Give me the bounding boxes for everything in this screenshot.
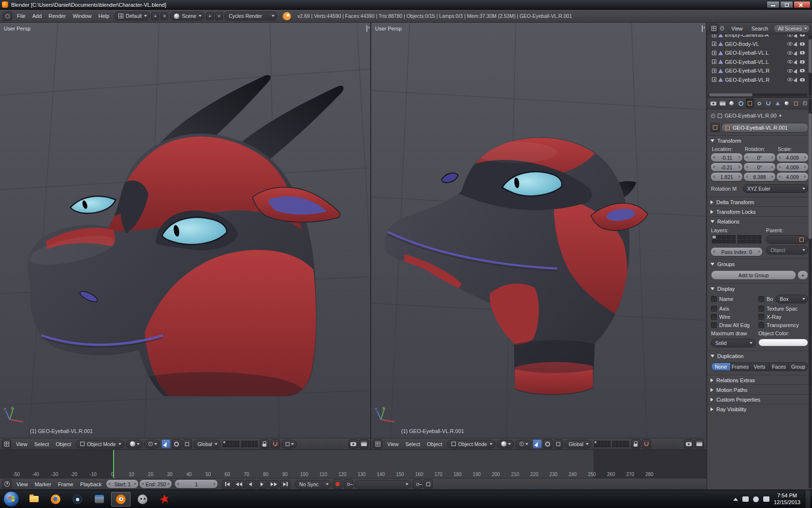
object-color-swatch[interactable] (758, 339, 808, 346)
lock-icon[interactable] (260, 439, 269, 448)
play-button[interactable] (257, 480, 267, 489)
viewport-menu-item[interactable]: Object (52, 441, 74, 447)
manipulator-scale-button[interactable] (554, 439, 563, 448)
play-reverse-button[interactable] (245, 480, 256, 489)
timeline-ruler[interactable]: -50-40-30-20-100102030405060708090100110… (0, 449, 707, 478)
frame-start-field[interactable]: Start: 1 (106, 480, 138, 488)
tab-render-icon[interactable] (709, 99, 717, 108)
transparency-checkbox[interactable] (758, 322, 764, 328)
properties-scrollbar[interactable] (809, 99, 812, 489)
duplication-faces-button[interactable]: Faces (769, 362, 789, 371)
delete-layout-button[interactable]: × (160, 12, 168, 20)
relations-panel-header[interactable]: Relations (707, 216, 812, 226)
add-layout-button[interactable]: + (151, 12, 159, 20)
tab-scene-icon[interactable] (727, 99, 736, 108)
show-desktop-button[interactable] (805, 490, 810, 508)
editor-type-info-icon[interactable] (3, 12, 12, 21)
selectability-icon[interactable] (794, 77, 799, 82)
relations-extras-panel-header[interactable]: Relations Extras (707, 375, 812, 385)
outliner-row[interactable]: GEO-Body-VL (707, 40, 812, 49)
rotation-x-field[interactable]: 0° (744, 153, 775, 162)
viewport-shading-dropdown[interactable] (497, 440, 514, 448)
viewport-menu-item[interactable]: Select (31, 441, 53, 447)
mode-dropdown[interactable]: Object Mode (447, 440, 495, 448)
location-z-field[interactable]: 1.821 (711, 173, 742, 181)
tab-material-icon[interactable] (783, 99, 791, 108)
timeline-editor-icon[interactable] (2, 479, 12, 489)
orientation-dropdown[interactable]: Global (193, 440, 220, 448)
render-engine-dropdown[interactable]: Cycles Render (224, 12, 277, 20)
taskbar-icon-blender[interactable] (111, 492, 130, 507)
tray-volume-icon[interactable] (753, 496, 759, 502)
expand-icon[interactable] (712, 42, 716, 46)
opengl-render-anim-icon[interactable] (359, 439, 368, 448)
rotation-z-field[interactable]: 8.388 (744, 173, 775, 181)
record-button[interactable] (333, 479, 342, 489)
opengl-render-icon[interactable] (348, 439, 358, 448)
editor-type-icon[interactable] (373, 439, 382, 448)
outliner-row[interactable]: GEO-Eyeball-VL.L (707, 48, 812, 58)
outliner-tree[interactable]: Empty-Cameras-A GEO-Body-VL (707, 34, 812, 97)
insert-keyframe-icon[interactable] (413, 479, 422, 489)
duplication-group-button[interactable]: Group (789, 362, 808, 371)
outliner-row[interactable]: GEO-Eyeball-VL.R (707, 75, 812, 85)
scale-y-field[interactable]: 4.009 (777, 163, 808, 171)
manipulator-translate-button[interactable] (533, 439, 542, 448)
tab-modifiers-icon[interactable] (764, 99, 772, 108)
xray-checkbox[interactable] (758, 314, 764, 320)
viewport-left-expand-icon[interactable] (366, 26, 367, 31)
outliner-item-label[interactable]: GEO-Eyeball-VL.R (725, 77, 785, 83)
duplication-frames-button[interactable]: Frames (731, 362, 750, 371)
delete-scene-button[interactable]: × (215, 12, 223, 20)
visibility-icon[interactable] (787, 78, 793, 81)
expand-icon[interactable] (712, 77, 716, 82)
axis-checkbox[interactable] (711, 306, 717, 312)
next-keyframe-button[interactable] (268, 480, 279, 489)
sync-dropdown[interactable]: No Sync (295, 480, 332, 489)
lock-icon[interactable] (631, 439, 640, 448)
draw-all-edges-checkbox[interactable] (711, 322, 717, 328)
taskbar-icon-red-app[interactable] (155, 492, 174, 507)
maximum-draw-dropdown[interactable]: Solid (711, 339, 755, 347)
previous-keyframe-button[interactable] (233, 480, 244, 489)
outliner-search-menu[interactable]: Search (748, 26, 772, 31)
viewport-shading-dropdown[interactable] (126, 440, 143, 448)
tab-particles-icon[interactable] (801, 99, 809, 108)
snap-element-dropdown[interactable] (281, 440, 297, 448)
keying-set-icon[interactable] (344, 479, 353, 489)
location-y-field[interactable]: -0.21 (711, 163, 742, 171)
jump-to-end-button[interactable] (280, 480, 290, 489)
selectability-icon[interactable] (794, 59, 799, 64)
scale-z-field[interactable]: 4.009 (777, 173, 808, 181)
delta-transform-panel-header[interactable]: Delta Transform (707, 197, 812, 207)
expand-icon[interactable] (712, 60, 716, 64)
name-checkbox[interactable] (711, 296, 717, 302)
taskbar-icon-explorer[interactable] (24, 492, 44, 507)
outliner-item-label[interactable]: GEO-Body-VL (725, 41, 785, 47)
tab-world-icon[interactable] (737, 99, 745, 108)
ray-visibility-panel-header[interactable]: Ray Visibility (707, 404, 812, 414)
opengl-render-anim-icon[interactable] (695, 439, 704, 448)
screen-layout-dropdown[interactable]: Default (114, 12, 150, 20)
duplication-verts-button[interactable]: Verts (750, 362, 769, 371)
renderability-icon[interactable] (800, 69, 805, 72)
object-name-field[interactable]: GEO-Eyeball-VL.R.001 (721, 123, 809, 133)
outliner-item-label[interactable]: Empty-Cameras-A (725, 34, 785, 38)
viewport-menu-item[interactable]: Select (402, 441, 424, 447)
outliner-filter-icon[interactable] (720, 26, 724, 30)
outliner-row[interactable]: GEO-Eyeball-VL.R (707, 66, 812, 75)
visibility-icon[interactable] (787, 60, 793, 63)
tab-object-icon[interactable] (746, 99, 754, 108)
selectability-icon[interactable] (794, 41, 799, 46)
parent-type-dropdown[interactable]: Object (766, 246, 808, 254)
tab-render-layers-icon[interactable] (718, 99, 726, 108)
renderability-icon[interactable] (800, 78, 805, 81)
selectability-icon[interactable] (794, 50, 799, 56)
timeline-menu-item[interactable]: Marker (31, 481, 55, 487)
rotation-y-field[interactable]: 0° (744, 163, 775, 171)
menu-item[interactable]: Render (45, 13, 69, 19)
renderability-icon[interactable] (800, 60, 805, 63)
scale-x-field[interactable]: 4.009 (777, 153, 808, 162)
outliner-item-label[interactable]: GEO-Eyeball-VL.L (725, 50, 785, 56)
rotation-mode-dropdown[interactable]: XYZ Euler (743, 184, 808, 193)
